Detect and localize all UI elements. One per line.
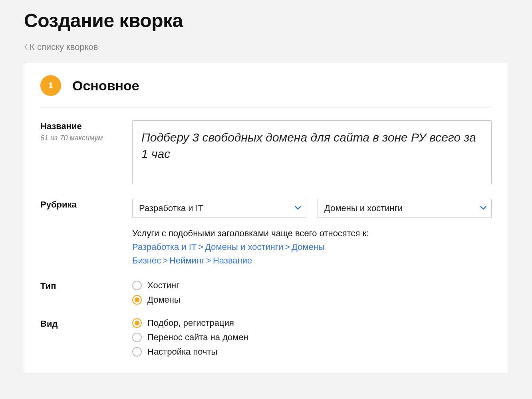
kind-radio-option[interactable]: Перенос сайта на домен xyxy=(132,332,492,343)
main-section-card: 1 Основное Название 61 из 70 максимум Ру… xyxy=(24,63,508,373)
step-number-badge: 1 xyxy=(40,75,61,96)
radio-icon xyxy=(132,295,142,305)
breadcrumb-separator: > xyxy=(283,242,292,252)
type-row: Тип Хостинг Домены xyxy=(40,280,492,305)
section-header: 1 Основное xyxy=(40,75,492,108)
page-title: Создание кворка xyxy=(24,0,508,32)
back-to-list-link[interactable]: К списку кворков xyxy=(24,42,98,52)
name-label: Название xyxy=(40,121,132,132)
suggestion-link[interactable]: Название xyxy=(213,255,252,265)
kind-radio-label: Настройка почты xyxy=(147,347,217,357)
name-input[interactable] xyxy=(132,120,492,184)
type-radio-option[interactable]: Хостинг xyxy=(132,280,492,291)
type-radio-group: Хостинг Домены xyxy=(132,280,492,305)
category-label: Рубрика xyxy=(40,200,132,210)
suggestion-link[interactable]: Бизнес xyxy=(132,255,161,265)
breadcrumb-separator: > xyxy=(197,242,205,252)
breadcrumb-separator: > xyxy=(161,255,169,265)
suggestion-intro: Услуги с подобными заголовками чаще всег… xyxy=(132,227,492,240)
kind-radio-option[interactable]: Настройка почты xyxy=(132,347,492,357)
category-secondary-select[interactable]: Домены и хостинги xyxy=(318,199,492,218)
category-suggestions: Услуги с подобными заголовками чаще всег… xyxy=(132,227,492,267)
name-row: Название 61 из 70 максимум xyxy=(40,120,492,186)
category-primary-select[interactable]: Разработка и IT xyxy=(132,199,306,218)
type-radio-label: Домены xyxy=(147,295,181,305)
name-counter: 61 из 70 максимум xyxy=(40,134,132,142)
type-radio-label: Хостинг xyxy=(147,280,179,291)
suggestion-link[interactable]: Разработка и IT xyxy=(132,242,197,252)
kind-radio-group: Подбор, регистрация Перенос сайта на дом… xyxy=(132,318,492,357)
suggestion-link[interactable]: Домены и хостинги xyxy=(205,242,283,252)
radio-icon xyxy=(132,281,142,290)
kind-radio-label: Перенос сайта на домен xyxy=(147,332,248,343)
suggestion-link[interactable]: Домены xyxy=(292,242,325,252)
back-to-list-label: К списку кворков xyxy=(30,42,98,52)
kind-radio-option[interactable]: Подбор, регистрация xyxy=(132,318,492,328)
type-label: Тип xyxy=(40,281,132,291)
kind-label: Вид xyxy=(40,319,132,329)
kind-row: Вид Подбор, регистрация Перенос сайта на… xyxy=(40,318,492,357)
category-primary-value: Разработка и IT xyxy=(139,203,203,213)
section-heading: Основное xyxy=(72,78,139,94)
radio-icon xyxy=(132,333,142,342)
radio-icon xyxy=(132,347,142,357)
breadcrumb-separator: > xyxy=(204,255,213,265)
chevron-left-icon xyxy=(24,42,28,52)
radio-icon xyxy=(132,318,142,328)
category-row: Рубрика Разработка и IT Домены и хос xyxy=(40,199,492,267)
kind-radio-label: Подбор, регистрация xyxy=(147,318,234,328)
category-secondary-value: Домены и хостинги xyxy=(324,203,403,213)
suggestion-link[interactable]: Нейминг xyxy=(169,255,204,265)
type-radio-option[interactable]: Домены xyxy=(132,295,492,305)
